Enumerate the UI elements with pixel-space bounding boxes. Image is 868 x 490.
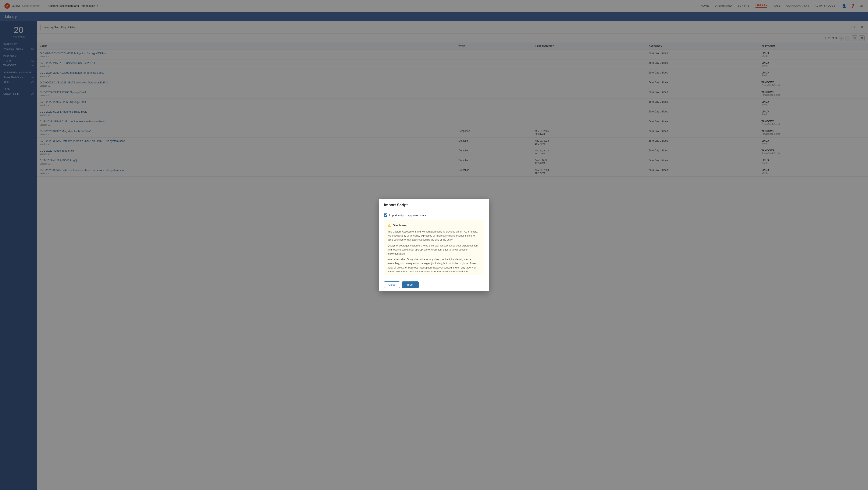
modal-footer: Close Import (379, 279, 489, 291)
modal-overlay: Import Script Import script in approved … (0, 0, 868, 490)
disclaimer-header: ⚠ Disclaimer (388, 223, 480, 228)
import-script-modal: Import Script Import script in approved … (379, 199, 489, 291)
import-approved-label: Import script in approved state (389, 214, 426, 217)
disclaimer-paragraph-1: The Custom Assessment and Remediation ut… (388, 230, 480, 242)
disclaimer-paragraph-3: In no event shall Qualys be liable for a… (388, 258, 480, 272)
disclaimer-box: ⚠ Disclaimer The Custom Assessment and R… (384, 220, 484, 275)
disclaimer-paragraph-2: Qualys encourages customers to do their … (388, 244, 480, 256)
import-button[interactable]: Import (402, 282, 419, 288)
warning-icon: ⚠ (388, 223, 391, 228)
import-approved-checkbox[interactable] (384, 214, 388, 217)
modal-title: Import Script (384, 203, 484, 207)
modal-header: Import Script (379, 199, 489, 210)
import-approved-row: Import script in approved state (384, 214, 484, 217)
modal-body: Import script in approved state ⚠ Discla… (379, 210, 489, 279)
close-button[interactable]: Close (384, 282, 400, 288)
disclaimer-scroll[interactable]: The Custom Assessment and Remediation ut… (388, 230, 480, 272)
disclaimer-title: Disclaimer (393, 224, 408, 227)
